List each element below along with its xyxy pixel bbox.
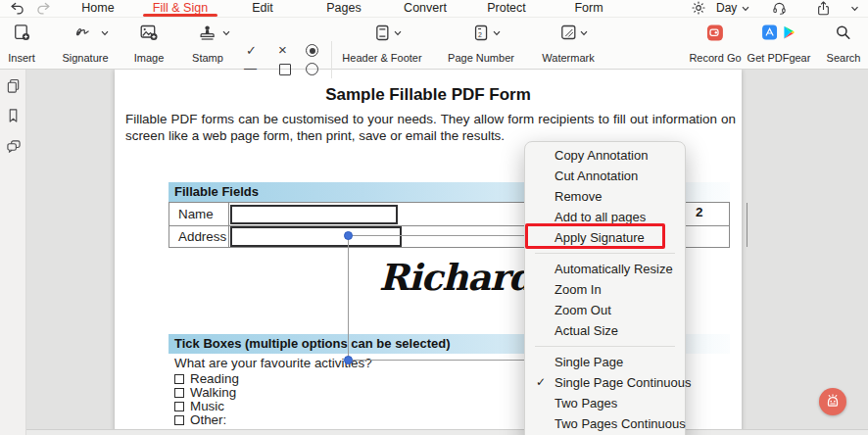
menu-item-remove[interactable]: Remove (525, 186, 685, 207)
address-row-label: Address (178, 229, 226, 244)
menu-item-zoom-out[interactable]: Zoom Out (525, 300, 685, 320)
checkbox-row[interactable]: Walking (174, 386, 236, 400)
page-number-button[interactable]: 2 Page Number (448, 23, 514, 64)
signature-chevron-down-icon (101, 30, 109, 36)
checkbox-walking[interactable] (174, 388, 184, 398)
checkbox-reading-label: Reading (190, 372, 239, 386)
menu-bar: Home Fill & Sign Edit Pages Convert Prot… (0, 0, 868, 17)
stamp-label: Stamp (192, 52, 223, 64)
stamp-chevron-down-icon (222, 30, 230, 36)
cross-shape-button[interactable]: × (278, 43, 287, 56)
undo-icon[interactable] (10, 2, 24, 15)
partial-table-cell-text: 2 (696, 205, 703, 219)
square-shape-button[interactable] (279, 64, 291, 75)
record-go-icon (706, 23, 723, 42)
checkbox-row[interactable]: Reading (174, 372, 239, 386)
tab-convert[interactable]: Convert (404, 0, 447, 17)
tab-pages[interactable]: Pages (326, 0, 361, 17)
page-thumbnails-icon[interactable] (6, 78, 21, 94)
share-icon[interactable] (817, 1, 830, 16)
apply-signature-highlight-box (525, 223, 665, 249)
signature-label: Signature (62, 52, 108, 64)
checkbox-other[interactable] (174, 415, 184, 425)
header-footer-button[interactable]: Header & Footer (342, 23, 421, 64)
checkmark-shape-button[interactable]: ✓ (246, 44, 257, 57)
get-pdfgear-label: Get PDFgear (747, 52, 811, 64)
menu-item-single-page[interactable]: Single Page (525, 352, 685, 372)
comments-icon[interactable] (6, 139, 22, 154)
store-icons (762, 23, 796, 42)
tab-form[interactable]: Form (574, 0, 603, 17)
bookmarks-icon[interactable] (6, 108, 21, 123)
record-go-button[interactable]: Record Go (689, 23, 741, 64)
tab-edit[interactable]: Edit (252, 0, 273, 17)
image-label: Image (134, 52, 165, 64)
tick-boxes-question: What are your favourite activities? (174, 356, 372, 370)
menu-item-cut-annotation[interactable]: Cut Annotation (525, 166, 685, 186)
theme-selector[interactable]: Day (716, 2, 737, 15)
tab-home[interactable]: Home (81, 0, 114, 17)
get-pdfgear-button[interactable]: Get PDFgear (747, 23, 811, 64)
selection-top-edge (348, 235, 524, 236)
app-store-icon (762, 24, 778, 40)
watermark-button[interactable]: Watermark (542, 23, 594, 64)
menu-item-copy-annotation[interactable]: Copy Annotation (525, 145, 685, 166)
menu-item-label: Single Page Continuous (555, 375, 692, 390)
page-number-icon: 2 (474, 23, 488, 42)
checkbox-other-label: Other: (190, 413, 226, 427)
menu-item-actual-size[interactable]: Actual Size (525, 320, 685, 341)
theme-chevron-down-icon[interactable] (742, 6, 749, 12)
selection-handle-top[interactable] (344, 231, 353, 240)
menu-item-zoom-in[interactable]: Zoom In (525, 279, 685, 300)
name-input-field[interactable] (230, 205, 398, 224)
menu-item-two-pages[interactable]: Two Pages (525, 393, 685, 413)
stamp-button[interactable]: Stamp (192, 23, 223, 64)
search-label: Search (827, 52, 861, 64)
left-sidebar (0, 70, 26, 435)
page-number-chevron-down-icon (493, 30, 501, 36)
robot-mascot-icon (824, 393, 842, 411)
menu-item-single-page-continuous[interactable]: ✓Single Page Continuous (525, 372, 685, 393)
checkbox-row[interactable]: Music (174, 400, 224, 413)
checkbox-music[interactable] (174, 402, 184, 411)
checkbox-music-label: Music (190, 400, 224, 413)
menu-separator (535, 253, 675, 254)
collapse-ribbon-chevron-icon[interactable] (850, 6, 859, 12)
stamp-icon (199, 23, 216, 42)
page-number-label: Page Number (448, 52, 514, 64)
image-icon (139, 23, 158, 42)
filled-dot-shape-button[interactable] (306, 44, 318, 57)
image-button[interactable]: Image (134, 23, 165, 64)
pdf-editor-window: Home Fill & Sign Edit Pages Convert Prot… (0, 0, 868, 435)
insert-button[interactable]: Insert (8, 23, 35, 64)
checkbox-reading[interactable] (174, 374, 184, 384)
header-footer-chevron-down-icon (394, 30, 402, 36)
context-menu: Copy Annotation Cut Annotation Remove Ad… (524, 141, 686, 435)
tab-protect[interactable]: Protect (487, 0, 526, 17)
circle-shape-button[interactable] (306, 63, 318, 75)
line-shape-button[interactable]: — (244, 62, 257, 74)
selection-bottom-edge (348, 360, 524, 361)
record-go-label: Record Go (689, 52, 741, 64)
redo-icon[interactable] (36, 2, 51, 15)
check-icon: ✓ (536, 372, 546, 393)
bottom-scroll-gutter (26, 429, 868, 435)
assistant-button[interactable] (819, 388, 846, 415)
menu-separator (535, 346, 675, 347)
support-headset-icon[interactable] (772, 1, 787, 15)
signature-button[interactable]: Signature (62, 23, 108, 64)
signature-icon (74, 23, 96, 42)
svg-text:2: 2 (478, 31, 482, 38)
theme-sun-icon[interactable] (692, 1, 705, 15)
watermark-icon (560, 23, 576, 42)
checkbox-row[interactable]: Other: (174, 413, 226, 427)
menu-item-automatically-resize[interactable]: Automatically Resize (525, 259, 685, 279)
address-input-field[interactable] (230, 226, 402, 247)
search-button[interactable]: Search (827, 23, 861, 64)
insert-label: Insert (8, 52, 35, 64)
watermark-chevron-down-icon (580, 30, 588, 36)
insert-icon (13, 23, 30, 42)
menu-item-two-pages-continuous[interactable]: Two Pages Continuous (525, 413, 685, 434)
header-footer-label: Header & Footer (342, 52, 421, 64)
selection-handle-bottom[interactable] (344, 356, 353, 364)
